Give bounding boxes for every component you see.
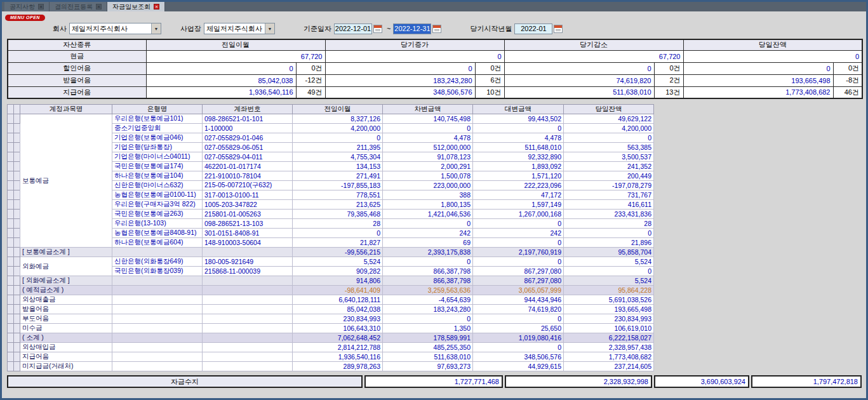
bank-name-cell[interactable]: 하나은행(보통예금604) — [112, 238, 203, 248]
row-indicator[interactable] — [8, 152, 14, 162]
amount-cell[interactable]: 178,589,991 — [383, 333, 473, 343]
amount-cell[interactable]: 223,000,000 — [383, 181, 473, 190]
row-indicator[interactable] — [8, 314, 14, 324]
row-indicator[interactable] — [8, 181, 14, 190]
bank-name-cell[interactable]: 농협은행(보통예금8408-91) — [112, 229, 203, 238]
amount-cell[interactable]: 0 — [383, 124, 473, 133]
row-label-cell[interactable]: ( 예적금소계 ) — [20, 286, 112, 295]
amount-cell[interactable]: 230,834,993 — [564, 314, 654, 324]
row-indicator[interactable] — [8, 238, 14, 248]
account-group-cell[interactable]: 보통예금 — [20, 114, 112, 248]
row-indicator[interactable] — [14, 143, 20, 152]
amount-cell[interactable]: 3,500,537 — [564, 152, 654, 162]
amount-cell[interactable]: 909,282 — [293, 267, 383, 276]
account-number-cell[interactable]: 148-910003-50604 — [203, 238, 293, 248]
amount-cell[interactable]: 4,200,000 — [293, 124, 383, 133]
bank-name-cell[interactable] — [112, 305, 203, 314]
amount-cell[interactable]: 230,834,993 — [293, 314, 383, 324]
row-indicator[interactable] — [8, 352, 14, 362]
row-indicator[interactable] — [8, 114, 14, 124]
amount-cell[interactable]: 6,640,128,111 — [293, 295, 383, 305]
row-indicator[interactable] — [8, 124, 14, 133]
amount-cell[interactable]: 0 — [383, 219, 473, 229]
tab-voucher-entry[interactable]: 결의전표등록 × — [50, 2, 107, 11]
account-number-cell[interactable]: 215868-11-000039 — [203, 267, 293, 276]
bank-name-cell[interactable]: 우리은행(구매자금3억 822) — [112, 200, 203, 210]
bank-name-cell[interactable]: 신한은행(마이너스632) — [112, 181, 203, 190]
amount-cell[interactable]: 97,693,273 — [383, 362, 473, 371]
row-indicator[interactable] — [14, 229, 20, 238]
close-icon[interactable]: × — [154, 4, 159, 10]
amount-cell[interactable]: 85,042,038 — [293, 305, 383, 314]
row-label-cell[interactable]: 외상매입금 — [20, 343, 112, 352]
amount-cell[interactable]: 25,650 — [473, 324, 564, 333]
account-number-cell[interactable]: 180-005-921649 — [203, 257, 293, 267]
account-number-cell[interactable]: 027-055829-06-051 — [203, 143, 293, 152]
row-indicator[interactable] — [14, 305, 20, 314]
account-number-cell[interactable] — [203, 286, 293, 295]
row-indicator[interactable] — [8, 210, 14, 219]
row-label-cell[interactable]: 받을어음 — [20, 305, 112, 314]
amount-cell[interactable]: 778,551 — [293, 190, 383, 200]
amount-cell[interactable]: 271,491 — [293, 171, 383, 181]
row-indicator[interactable] — [14, 124, 20, 133]
amount-cell[interactable]: 388 — [383, 190, 473, 200]
bank-name-cell[interactable]: 국민은행(보통예금263) — [112, 210, 203, 219]
amount-cell[interactable]: 222,223,096 — [473, 181, 564, 190]
bank-name-cell[interactable]: 하나은행(보통예금104) — [112, 171, 203, 181]
row-indicator[interactable] — [14, 133, 20, 143]
amount-cell[interactable]: 3,259,563,636 — [383, 286, 473, 295]
amount-cell[interactable]: 47,172 — [473, 190, 564, 200]
row-label-cell[interactable]: ( 소계 ) — [20, 333, 112, 343]
amount-cell[interactable]: 91,078,123 — [383, 152, 473, 162]
row-indicator[interactable] — [14, 343, 20, 352]
amount-cell[interactable]: 5,524 — [293, 257, 383, 267]
amount-cell[interactable]: 5,691,038,526 — [564, 295, 654, 305]
account-number-cell[interactable] — [203, 333, 293, 343]
row-indicator[interactable] — [8, 133, 14, 143]
amount-cell[interactable]: 4,478 — [473, 133, 564, 143]
amount-cell[interactable]: 0 — [564, 133, 654, 143]
bank-name-cell[interactable]: 신한은행(외화통장649) — [112, 257, 203, 267]
amount-cell[interactable]: 193,665,498 — [564, 305, 654, 314]
calendar-icon[interactable] — [373, 25, 382, 33]
amount-cell[interactable]: 0 — [473, 257, 564, 267]
amount-cell[interactable]: -197,855,183 — [293, 181, 383, 190]
amount-cell[interactable]: 0 — [473, 343, 564, 352]
account-number-cell[interactable]: 1-100000 — [203, 124, 293, 133]
tab-notice[interactable]: 공지사항 × — [4, 2, 50, 11]
row-indicator[interactable] — [14, 219, 20, 229]
row-indicator[interactable] — [8, 305, 14, 314]
amount-cell[interactable]: 4,478 — [383, 133, 473, 143]
row-indicator[interactable] — [8, 324, 14, 333]
amount-cell[interactable]: 0 — [473, 124, 564, 133]
row-indicator[interactable] — [14, 276, 20, 286]
amount-cell[interactable]: 106,619,010 — [564, 324, 654, 333]
amount-cell[interactable]: 2,393,175,838 — [383, 248, 473, 257]
row-label-cell[interactable]: [ 외화예금소계 ] — [20, 276, 112, 286]
row-indicator[interactable] — [14, 352, 20, 362]
row-indicator[interactable] — [14, 314, 20, 324]
amount-cell[interactable]: 511,648,010 — [473, 143, 564, 152]
amount-cell[interactable]: 2,197,760,919 — [473, 248, 564, 257]
amount-cell[interactable]: 731,767 — [564, 190, 654, 200]
account-number-cell[interactable]: 215801-01-005263 — [203, 210, 293, 219]
amount-cell[interactable]: 2,000,291 — [383, 162, 473, 171]
row-indicator[interactable] — [8, 343, 14, 352]
row-indicator[interactable] — [8, 286, 14, 295]
amount-cell[interactable]: 512,000,000 — [383, 143, 473, 152]
row-indicator[interactable] — [8, 257, 14, 267]
bank-name-cell[interactable]: 국민은행(보통예금174) — [112, 162, 203, 171]
bank-name-cell[interactable]: 우리은행(보통예금101) — [112, 114, 203, 124]
amount-cell[interactable]: 95,864,228 — [564, 286, 654, 295]
close-icon[interactable]: × — [96, 4, 102, 10]
amount-cell[interactable]: 200,449 — [564, 171, 654, 181]
amount-cell[interactable]: 69 — [383, 238, 473, 248]
bank-name-cell[interactable]: 기업은행(마이너스04011) — [112, 152, 203, 162]
bank-name-cell[interactable]: 농협은행(보통예금0100-11) — [112, 190, 203, 200]
amount-cell[interactable]: -197,078,279 — [564, 181, 654, 190]
amount-cell[interactable]: 0 — [383, 314, 473, 324]
period-start-input[interactable]: 2022-01 — [514, 23, 552, 34]
row-indicator[interactable] — [8, 190, 14, 200]
amount-cell[interactable]: -98,641,409 — [293, 286, 383, 295]
